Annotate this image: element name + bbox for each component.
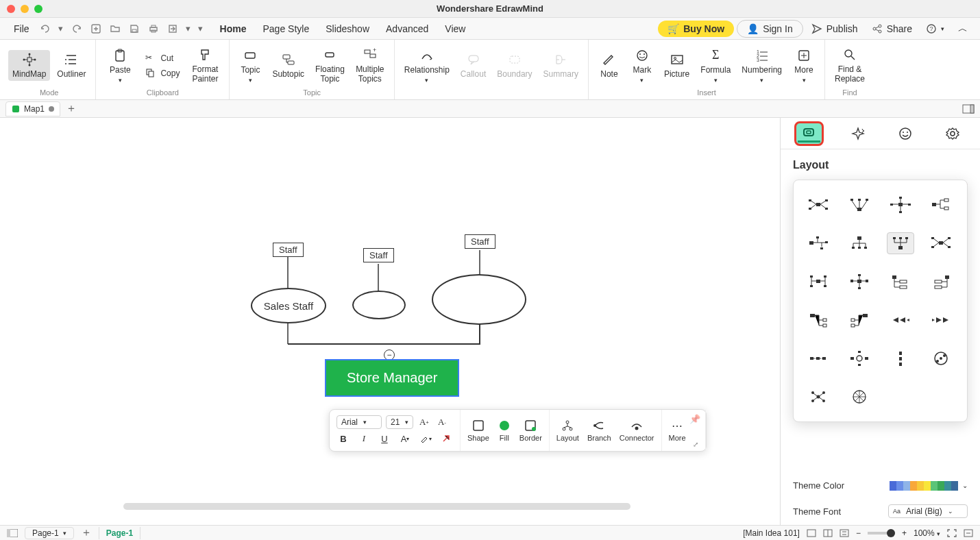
font-family-select[interactable]: Arial▾ (336, 415, 382, 429)
layout-opt-13[interactable] (805, 309, 832, 331)
format-painter-button[interactable]: Format Painter (186, 45, 223, 86)
layout-button[interactable]: Layout (556, 419, 579, 442)
help-button[interactable]: ? ▾ (920, 21, 950, 37)
menu-advanced[interactable]: Advanced (379, 21, 435, 37)
share-button[interactable]: Share (866, 21, 918, 37)
underline-button[interactable]: U (378, 432, 391, 445)
color-swatch[interactable] (924, 481, 931, 491)
qat-customize-icon[interactable]: ▾ (198, 23, 204, 35)
mindmap-button[interactable]: MindMap (8, 50, 50, 81)
color-swatch[interactable] (896, 481, 903, 491)
export-dropdown-icon[interactable]: ▾ (186, 23, 191, 35)
layout-opt-16[interactable] (927, 309, 955, 331)
undo-dropdown-icon[interactable]: ▾ (58, 23, 64, 35)
panel-tab-layout[interactable] (794, 121, 824, 146)
layout-opt-8[interactable] (927, 232, 955, 254)
zoom-out-button[interactable]: − (856, 528, 861, 538)
staff-node-3[interactable]: Staff (465, 234, 495, 249)
zoom-slider[interactable] (868, 532, 895, 535)
horizontal-scrollbar[interactable] (123, 503, 630, 510)
font-color-button[interactable]: A▾ (398, 432, 412, 445)
view-fit-icon[interactable] (840, 529, 849, 537)
topic-button[interactable]: Topic ▾ (235, 46, 265, 86)
export-icon[interactable] (167, 23, 179, 35)
page-tab-1[interactable]: Page-1 (99, 527, 140, 539)
theme-font-select[interactable]: Aa Arial (Big) ⌄ (888, 504, 968, 518)
store-manager-node[interactable]: Store Manager (325, 359, 459, 397)
fill-button[interactable]: Fill (498, 419, 511, 442)
document-tab-map1[interactable]: Map1 (5, 101, 60, 116)
border-button[interactable]: Border (519, 419, 542, 442)
menu-page-style[interactable]: Page Style (256, 21, 316, 37)
relationship-button[interactable]: Relationship ▾ (400, 46, 454, 86)
layout-opt-6[interactable] (846, 232, 873, 254)
note-button[interactable]: Note (594, 50, 624, 81)
italic-button[interactable]: I (357, 432, 371, 445)
summary-button[interactable]: Summary (539, 50, 583, 81)
oval-node-3[interactable] (432, 274, 526, 325)
layout-opt-15[interactable] (887, 309, 914, 331)
color-swatch[interactable] (931, 481, 938, 491)
layout-opt-3[interactable] (887, 194, 914, 216)
menu-slideshow[interactable]: Slideshow (319, 21, 376, 37)
subtopic-button[interactable]: Subtopic (268, 50, 308, 81)
maximize-window-icon[interactable] (34, 5, 42, 13)
increase-font-icon[interactable]: A+ (417, 415, 431, 429)
layout-opt-4[interactable] (927, 194, 955, 216)
cut-button[interactable]: ✂ Cut (141, 51, 184, 65)
panel-tab-icons[interactable] (892, 121, 918, 146)
staff-node-1[interactable]: Staff (273, 243, 304, 257)
color-swatch[interactable] (910, 481, 917, 491)
font-size-select[interactable]: 21▾ (386, 415, 413, 429)
picture-button[interactable]: Picture (660, 50, 694, 81)
oval-node-2[interactable] (352, 291, 406, 319)
layout-opt-12[interactable] (927, 271, 955, 293)
layout-opt-18[interactable] (846, 347, 873, 369)
shape-button[interactable]: Shape (467, 419, 489, 442)
add-tab-button[interactable]: ＋ (66, 101, 77, 116)
layout-opt-19[interactable] (887, 347, 914, 369)
layout-opt-1[interactable] (805, 194, 832, 216)
zoom-level[interactable]: 100% ▾ (914, 528, 940, 538)
view-single-icon[interactable] (807, 529, 816, 537)
left-panel-toggle-icon[interactable] (7, 529, 18, 537)
color-swatch[interactable] (944, 481, 951, 491)
layout-opt-11[interactable] (887, 271, 914, 293)
branch-button[interactable]: Branch (587, 419, 611, 442)
menu-file[interactable]: File (7, 21, 36, 37)
color-swatch[interactable] (917, 481, 924, 491)
decrease-font-icon[interactable]: A- (435, 415, 449, 429)
color-swatch[interactable] (890, 481, 896, 491)
page-selector[interactable]: Page-1 ▾ (25, 527, 74, 539)
more-insert-button[interactable]: More ▾ (789, 46, 819, 86)
undo-icon[interactable] (39, 23, 51, 35)
layout-opt-22[interactable] (846, 386, 873, 408)
pin-icon[interactable]: 📌 (689, 414, 700, 424)
chevron-down-icon[interactable]: ⌄ (962, 482, 968, 489)
boundary-button[interactable]: Boundary (493, 50, 536, 81)
layout-opt-20[interactable] (927, 347, 955, 369)
copy-button[interactable]: Copy (141, 66, 184, 80)
panel-tab-settings[interactable] (940, 121, 966, 146)
layout-opt-21[interactable] (805, 386, 832, 408)
minimize-panel-icon[interactable] (964, 529, 973, 537)
add-page-button[interactable]: ＋ (81, 526, 92, 540)
numbering-button[interactable]: 123 Numbering ▾ (737, 46, 786, 86)
floating-topic-button[interactable]: Floating Topic (311, 45, 349, 86)
panel-tab-style[interactable] (844, 121, 871, 146)
print-icon[interactable] (147, 23, 160, 35)
color-swatch[interactable] (903, 481, 910, 491)
view-split-icon[interactable] (823, 529, 833, 537)
bold-button[interactable]: B (336, 432, 350, 445)
expand-toolbar-icon[interactable]: ⤢ (693, 441, 698, 448)
menu-view[interactable]: View (438, 21, 472, 37)
mark-button[interactable]: Mark ▾ (627, 46, 657, 86)
panel-toggle-button[interactable] (962, 104, 975, 114)
zoom-in-button[interactable]: + (902, 528, 907, 538)
fullscreen-icon[interactable] (947, 529, 957, 537)
theme-color-swatches[interactable] (890, 481, 958, 491)
layout-opt-10[interactable] (846, 271, 873, 293)
outliner-button[interactable]: Outliner (53, 50, 90, 81)
formula-button[interactable]: Σ Formula ▾ (696, 46, 735, 86)
layout-opt-14[interactable] (846, 309, 873, 331)
